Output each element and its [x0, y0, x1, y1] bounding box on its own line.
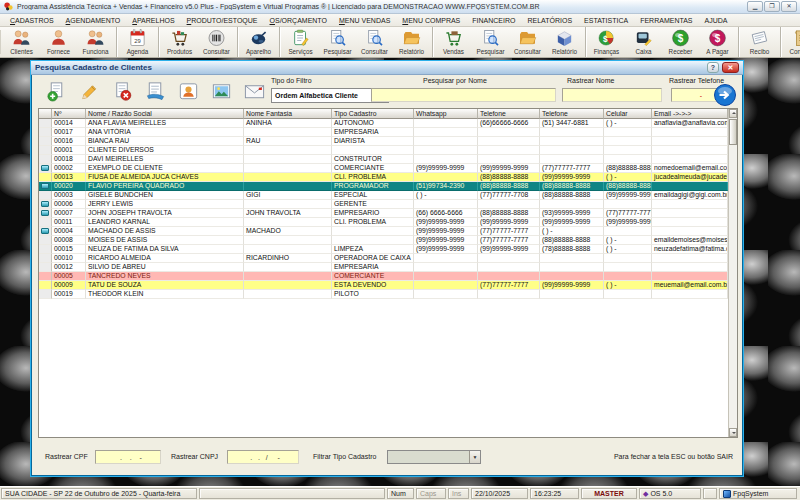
track-cnpj-input[interactable]	[227, 450, 299, 464]
toolbar-contrato-button[interactable]: Contrato	[783, 27, 800, 57]
scroll-down-button[interactable]	[729, 428, 737, 437]
table-row[interactable]: 00018DAVI MEIRELLESCONSTRUTOR	[39, 155, 728, 164]
toolbar-consultar-os-button[interactable]: Consultar	[356, 27, 393, 57]
email-client-button[interactable]	[241, 78, 267, 105]
menu-financeiro[interactable]: FINANCEIRO	[466, 17, 521, 24]
toolbar-fornecedores-button[interactable]: Fornece	[40, 27, 77, 57]
table-row[interactable]: 00016BIANCA RAURAUDIARISTA	[39, 137, 728, 146]
table-row[interactable]: 00001CLIENTE DIVERSOS	[39, 146, 728, 155]
toolbar-consultar-produtos-button[interactable]: Consultar	[198, 27, 235, 57]
close-button[interactable]: ✕	[781, 1, 797, 12]
table-row[interactable]: 00020FLAVIO PEREIRA QUADRADOPROGRAMADOR(…	[39, 182, 728, 191]
help-button[interactable]: ?	[707, 62, 719, 73]
menu-agendamento[interactable]: AGENDAMENTO	[60, 17, 127, 24]
table-row[interactable]: 00004MACHADO DE ASSISMACHADO(99)99999-99…	[39, 227, 728, 236]
print-client-button[interactable]	[142, 78, 168, 105]
table-row[interactable]: 00015NEUZA DE FATIMA DA SILVALIMPEZA(99)…	[39, 245, 728, 254]
menu-cadastros[interactable]: CADASTROS	[4, 17, 60, 24]
table-row[interactable]: 00005TANCREDO NEVESCOMERCIANTE	[39, 272, 728, 281]
table-row[interactable]: 00019THEODOR KLEINPILOTO	[39, 290, 728, 299]
delete-client-button[interactable]	[109, 78, 135, 105]
cell-tipo: LIMPEZA	[332, 245, 414, 254]
cell-tipo	[332, 236, 414, 245]
edit-client-button[interactable]	[76, 78, 102, 105]
search-go-button[interactable]	[713, 83, 737, 107]
toolbar-agenda-button[interactable]: Agenda	[119, 27, 156, 57]
vertical-scrollbar[interactable]	[728, 109, 737, 437]
toolbar-aparelho-button[interactable]: Aparelho	[240, 27, 277, 57]
table-row[interactable]: 00002EXEMPLO DE CLIENTECOMERCIANTE(99)99…	[39, 164, 728, 173]
window-titlebar[interactable]: Pesquisa Cadastro de Clientes ? ✕	[31, 61, 743, 75]
table-row[interactable]: 00008MOISES DE ASSIS(99)99999-9999(77)77…	[39, 236, 728, 245]
search-name-input[interactable]	[371, 88, 556, 102]
toolbar-clientes-button[interactable]: Clientes	[3, 27, 40, 57]
table-row[interactable]: 00013FIUSA DE ALMEIDA JUCA CHAVESCLI. PR…	[39, 173, 728, 182]
toolbar-a-pagar-button[interactable]: A Pagar	[699, 27, 736, 57]
menu-relat-rios[interactable]: RELATÓRIOS	[521, 17, 578, 24]
cell-t1: (77)77777-7777	[478, 236, 540, 245]
menu-menu-compras[interactable]: MENU COMPRAS	[396, 17, 466, 24]
column-header-n[interactable]: Nº	[52, 109, 86, 119]
toolbar-recibo-button[interactable]: Recibo	[741, 27, 778, 57]
table-row[interactable]: 00006JERRY LEWISGERENTE	[39, 200, 728, 209]
scrollbar-thumb[interactable]	[729, 119, 737, 145]
track-cpf-input[interactable]	[95, 450, 161, 464]
table-row[interactable]: 00007JOHN JOSEPH TRAVOLTAJOHN TRAVOLTAEM…	[39, 209, 728, 218]
menu-menu-vendas[interactable]: MENU VENDAS	[333, 17, 396, 24]
toolbar-financas-button[interactable]: Finanças	[588, 27, 625, 57]
table-row[interactable]: 00017ANA VITÓRIAEMPRESARIA	[39, 128, 728, 137]
column-header-t2[interactable]: Telefone	[540, 109, 604, 119]
toolbar-vendas-button[interactable]: Vendas	[435, 27, 472, 57]
toolbar-caixa-button[interactable]: Caixa	[625, 27, 662, 57]
column-header-email[interactable]: Email ->->->	[652, 109, 728, 119]
menu-ajuda[interactable]: AJUDA	[699, 17, 734, 24]
table-row[interactable]: 00003GISELE BUNDCHENGIGIESPECIAL( ) -(77…	[39, 191, 728, 200]
column-header-name[interactable]: Nome / Razão Social	[86, 109, 244, 119]
column-header-fant[interactable]: Nome Fantasia	[244, 109, 332, 119]
row-gutter	[39, 191, 52, 200]
toolbar-produtos-button[interactable]: Produtos	[161, 27, 198, 57]
cell-tipo: PROGRAMADOR	[332, 182, 414, 191]
toolbar-funcionarios-button[interactable]: Funciona	[77, 27, 114, 57]
table-row[interactable]: 00012SILVIO DE ABREUEMPRESARIA	[39, 263, 728, 272]
column-header-tipo[interactable]: Tipo Cadastro	[332, 109, 414, 119]
app-titlebar: Programa Assistência Técnica + Vendas + …	[0, 0, 800, 14]
cell-wa	[414, 281, 478, 290]
row-gutter	[39, 272, 52, 281]
contact-client-button[interactable]	[175, 78, 201, 105]
toolbar-consultar-vendas-button[interactable]: Consultar	[509, 27, 546, 57]
restore-button[interactable]: ❐	[764, 1, 780, 12]
chevron-down-icon[interactable]: ▼	[469, 451, 480, 463]
minimize-button[interactable]: ▁	[747, 1, 763, 12]
menu-estatistica[interactable]: ESTATISTICA	[578, 17, 634, 24]
track-name-input[interactable]	[562, 88, 662, 102]
cell-t1	[478, 263, 540, 272]
table-row[interactable]: 00009TATU DE SOUZAESTA DEVENDO(77)77777-…	[39, 281, 728, 290]
menu-os-or-amento[interactable]: OS/ORÇAMENTO	[264, 17, 333, 24]
table-row[interactable]: 00014ANA FLAVIA MEIRELLESANINHAAUTONOMO(…	[39, 119, 728, 128]
menu-produto-estoque[interactable]: PRODUTO/ESTOQUE	[181, 17, 264, 24]
produtos-icon	[169, 28, 190, 48]
toolbar-relatorio-os-button[interactable]: Relatório	[393, 27, 430, 57]
toolbar-receber-button[interactable]: Receber	[662, 27, 699, 57]
toolbar-pesquisar-os-button[interactable]: Pesquisar	[319, 27, 356, 57]
toolbar-pesquisar-vendas-button[interactable]: Pesquisar	[472, 27, 509, 57]
table-row[interactable]: 00011LEANDRO KARNALCLI. PROBLEMA(99)9999…	[39, 218, 728, 227]
menu-ferramentas[interactable]: FERRAMENTAS	[634, 17, 698, 24]
row-gutter	[39, 227, 52, 236]
toolbar-servicos-button[interactable]: Serviços	[282, 27, 319, 57]
table-row[interactable]: 00010RICARDO ALMEIDARICARDINHOOPERADORA …	[39, 254, 728, 263]
filter-tipo-cadastro-select[interactable]: ▼	[387, 450, 481, 464]
column-header-cel[interactable]: Celular	[604, 109, 652, 119]
photo-client-button[interactable]	[208, 78, 234, 105]
window-close-button[interactable]: ✕	[722, 62, 739, 73]
menu-aparelhos[interactable]: APARELHOS	[126, 17, 180, 24]
column-header-wa[interactable]: Whatsapp	[414, 109, 478, 119]
scroll-up-button[interactable]	[729, 109, 737, 118]
cell-n: 00005	[52, 272, 86, 281]
row-gutter	[39, 164, 52, 173]
column-header-t1[interactable]: Telefone	[478, 109, 540, 119]
toolbar-relatorio-vendas-button[interactable]: Relatório	[546, 27, 583, 57]
print-icon	[144, 80, 167, 103]
new-client-button[interactable]	[43, 78, 69, 105]
